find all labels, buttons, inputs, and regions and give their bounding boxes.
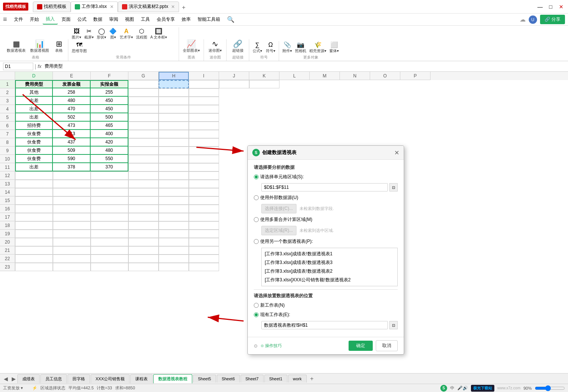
- cell-f7[interactable]: 400: [91, 130, 128, 138]
- symbol-btn[interactable]: Ω 符号▾: [265, 41, 276, 54]
- cell-i18[interactable]: [189, 221, 219, 230]
- cell-e5[interactable]: 502: [53, 113, 91, 122]
- cell-h12[interactable]: [159, 171, 189, 180]
- all-charts-button[interactable]: 📈 全部图表▾: [181, 39, 201, 54]
- cell-i7[interactable]: [189, 130, 219, 138]
- cell-h13[interactable]: [159, 180, 189, 188]
- cell-d18[interactable]: [15, 221, 53, 230]
- cell-i3[interactable]: [189, 97, 219, 105]
- cell-g19[interactable]: [128, 230, 159, 238]
- cell-i10[interactable]: [189, 155, 219, 163]
- radio4-label[interactable]: 使用另一个数据透视表(P):: [254, 238, 313, 245]
- cancel-button[interactable]: 取消: [376, 340, 398, 351]
- cell-e4[interactable]: 470: [53, 105, 91, 113]
- radio6-input[interactable]: [254, 312, 259, 317]
- cell-f6[interactable]: 465: [91, 122, 128, 130]
- cell-f16[interactable]: [91, 205, 128, 213]
- cell-i8[interactable]: [189, 138, 219, 147]
- row-header-5[interactable]: 5: [0, 113, 15, 122]
- cell-g16[interactable]: [128, 205, 159, 213]
- data-range-input[interactable]: [261, 183, 388, 191]
- menu-efficiency[interactable]: 效率: [179, 15, 194, 24]
- cell-d16[interactable]: [15, 205, 53, 213]
- formula-btn[interactable]: ∑ 公式▾: [252, 41, 263, 54]
- row-header-6[interactable]: 6: [0, 122, 15, 130]
- cell-f1[interactable]: 实报金额: [91, 80, 128, 88]
- user-icon[interactable]: U: [529, 15, 537, 24]
- textbox-button[interactable]: 🔲 A 文本框▾: [149, 27, 168, 40]
- cell-i23[interactable]: [189, 263, 219, 271]
- search-icon[interactable]: 🔍: [227, 16, 235, 23]
- cell-h16[interactable]: [159, 205, 189, 213]
- cell-i11[interactable]: [189, 163, 219, 171]
- diagram-button[interactable]: 🔷 图▾: [108, 27, 118, 40]
- cell-f20[interactable]: [91, 238, 128, 246]
- minimize-button[interactable]: —: [536, 3, 544, 11]
- cell-h1[interactable]: [159, 80, 189, 88]
- radio2-input[interactable]: [254, 195, 259, 200]
- cell-k1[interactable]: [249, 80, 279, 88]
- radio5-label[interactable]: 新工作表(N): [254, 302, 285, 309]
- radio2-label[interactable]: 使用外部数据源(U): [254, 194, 298, 201]
- cell-h5[interactable]: [159, 113, 189, 122]
- cell-d6[interactable]: 招待费: [15, 122, 53, 130]
- art-text-button[interactable]: A 艺术字▾: [119, 28, 134, 40]
- table-button[interactable]: ⊞ 表格: [52, 39, 66, 54]
- cell-h22[interactable]: [159, 255, 189, 263]
- cell-e7[interactable]: 413: [53, 130, 91, 138]
- pivot-list-item-2[interactable]: [工作簿3.xlsx]成绩表!数据透视表3: [263, 258, 396, 267]
- col-header-f[interactable]: F: [91, 72, 128, 80]
- nav-left-button[interactable]: ◀: [2, 376, 10, 382]
- sheet-tab-grid[interactable]: 田字格: [68, 374, 90, 383]
- col-header-o[interactable]: O: [370, 72, 400, 80]
- cloud-icon[interactable]: ☁: [520, 16, 526, 23]
- menu-view[interactable]: 视图: [122, 15, 137, 24]
- menu-vip[interactable]: 会员专享: [154, 15, 178, 24]
- nav-right-button[interactable]: ▶: [10, 376, 17, 382]
- daoke-btn[interactable]: 🌾 稻壳资源▾: [308, 41, 327, 54]
- pivot-list-item-1[interactable]: [工作簿3.xlsx]成绩表!数据透视表1: [263, 250, 396, 258]
- row-header-10[interactable]: 10: [0, 155, 15, 163]
- cell-f5[interactable]: 500: [91, 113, 128, 122]
- cell-d23[interactable]: [15, 263, 53, 271]
- select-conn-button[interactable]: 选择连接(C)...: [261, 204, 296, 213]
- menu-tools[interactable]: 工具: [138, 15, 153, 24]
- cell-e22[interactable]: [53, 255, 91, 263]
- row-header-19[interactable]: 19: [0, 230, 15, 238]
- pivot-table-button[interactable]: ▦ 数据透视表: [5, 39, 27, 54]
- cell-g12[interactable]: [128, 171, 159, 180]
- cell-i4[interactable]: [189, 105, 219, 113]
- cell-h11[interactable]: [159, 163, 189, 171]
- cell-f15[interactable]: [91, 196, 128, 205]
- hyperlink-button[interactable]: 🔗 超链接: [231, 39, 245, 54]
- share-button[interactable]: 🔗 分享: [540, 15, 565, 24]
- cell-e13[interactable]: [53, 180, 91, 188]
- cell-i15[interactable]: [189, 196, 219, 205]
- pivot-list-item-4[interactable]: [工作簿3.xlsx]XXX公司销售额!数据透视表2: [263, 276, 396, 284]
- cell-g3[interactable]: [128, 97, 159, 105]
- cell-g9[interactable]: [128, 147, 159, 155]
- cell-i17[interactable]: [189, 213, 219, 221]
- cell-reference-input[interactable]: D1: [3, 63, 33, 70]
- row-header-1[interactable]: 1: [0, 80, 15, 88]
- cell-d1[interactable]: 费用类型: [15, 80, 53, 88]
- formula-input[interactable]: [43, 63, 565, 70]
- radio6-label[interactable]: 现有工作表(E):: [254, 312, 290, 318]
- menu-data[interactable]: 数据: [90, 15, 105, 24]
- cell-j1[interactable]: [219, 80, 249, 88]
- payroll-status[interactable]: 工资发放 ▾: [3, 385, 23, 391]
- cell-h15[interactable]: [159, 196, 189, 205]
- col-header-p[interactable]: P: [400, 72, 431, 80]
- col-header-m[interactable]: M: [310, 72, 340, 80]
- screenshot-button[interactable]: ✂ 截屏▾: [83, 27, 95, 40]
- cell-d14[interactable]: [15, 188, 53, 196]
- cell-g5[interactable]: [128, 113, 159, 122]
- cell-g8[interactable]: [128, 138, 159, 147]
- add-sheet-button[interactable]: +: [307, 374, 316, 383]
- cell-e14[interactable]: [53, 188, 91, 196]
- cell-g20[interactable]: [128, 238, 159, 246]
- wps-office-logo[interactable]: 找稻壳模板: [3, 3, 28, 11]
- tab-pptx[interactable]: 演示文稿素材2.pptx ✕: [118, 2, 179, 12]
- cell-h18[interactable]: [159, 221, 189, 230]
- sheet-tab-sheet7[interactable]: Sheet7: [241, 375, 264, 383]
